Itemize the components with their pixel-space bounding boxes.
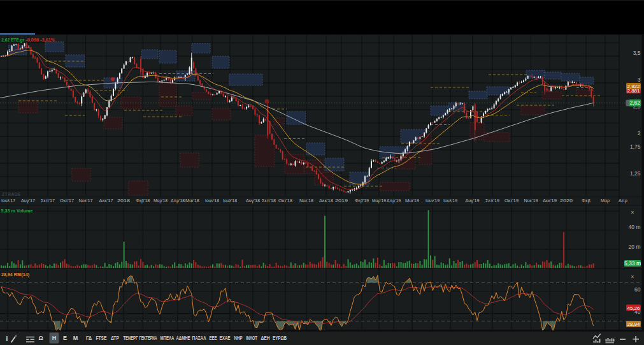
svg-text:5,33 m: 5,33 m xyxy=(624,260,641,267)
svg-text:45,26: 45,26 xyxy=(627,305,640,311)
svg-text:Σεπ'18: Σεπ'18 xyxy=(262,198,276,203)
svg-text:Φεβ'19: Φεβ'19 xyxy=(355,198,369,203)
svg-text:ΔΤΡ: ΔΤΡ xyxy=(111,335,119,341)
svg-text:Φεβ: Φεβ xyxy=(582,198,590,203)
svg-text:ΤΕΝΕΡΓ: ΤΕΝΕΡΓ xyxy=(124,335,138,341)
svg-text:ΠΑΣΑΛ: ΠΑΣΑΛ xyxy=(192,335,206,341)
svg-text:Δεκ'19: Δεκ'19 xyxy=(543,198,557,203)
svg-text:i: i xyxy=(6,335,8,342)
svg-text:ΕΕΕ: ΕΕΕ xyxy=(210,335,217,341)
svg-text:2018: 2018 xyxy=(117,198,131,203)
svg-text:ΜΠΕΛΑ: ΜΠΕΛΑ xyxy=(161,335,175,341)
svg-text:Οκτ'17: Οκτ'17 xyxy=(60,198,75,203)
svg-text:Αυγ'19: Αυγ'19 xyxy=(466,198,480,203)
svg-text:Μαι'18: Μαι'18 xyxy=(185,198,200,203)
svg-text:Μαρ'18: Μαρ'18 xyxy=(154,198,168,203)
svg-text:ΙΝΛΟΤ: ΙΝΛΟΤ xyxy=(246,335,258,341)
svg-text:5,33 m Volume: 5,33 m Volume xyxy=(1,208,33,214)
svg-text:60: 60 xyxy=(634,286,641,293)
svg-text:Μαρ: Μαρ xyxy=(601,198,610,203)
svg-text:Μαι'19: Μαι'19 xyxy=(405,198,420,203)
svg-text:ΑΔΜΗΕ: ΑΔΜΗΕ xyxy=(176,335,190,341)
svg-text:ZTRADE: ZTRADE xyxy=(2,191,21,197)
svg-text:Σεπ'17: Σεπ'17 xyxy=(41,198,55,203)
svg-text:Ιουλ'17: Ιουλ'17 xyxy=(1,198,15,203)
svg-text:Δεκ'18: Δεκ'18 xyxy=(319,198,334,203)
svg-text:Ω: Ω xyxy=(38,335,43,341)
svg-text:Ιουλ'18: Ιουλ'18 xyxy=(223,198,237,203)
svg-text:Ιουλ'19: Ιουλ'19 xyxy=(443,198,457,203)
svg-text:1,25: 1,25 xyxy=(630,170,641,177)
svg-text:40 m: 40 m xyxy=(629,224,641,230)
svg-text:ΔΕΗ: ΔΕΗ xyxy=(261,335,270,341)
svg-text:ΓΔ: ΓΔ xyxy=(86,335,92,341)
svg-text:Νοε'18: Νοε'18 xyxy=(299,198,314,203)
svg-text:2020: 2020 xyxy=(560,198,573,203)
svg-text:FTSE: FTSE xyxy=(96,335,107,341)
svg-text:×: × xyxy=(631,209,634,216)
svg-text:Οκτ'19: Οκτ'19 xyxy=(504,198,519,203)
svg-text:1,75: 1,75 xyxy=(630,143,641,150)
svg-text:2: 2 xyxy=(638,130,641,136)
svg-text:-0,098 -3,61%: -0,098 -3,61% xyxy=(25,37,55,43)
svg-text:Οκτ'18: Οκτ'18 xyxy=(278,198,293,203)
svg-text:28,94 RSI(14): 28,94 RSI(14) xyxy=(1,272,29,277)
svg-text:2,62: 2,62 xyxy=(630,99,641,106)
svg-text:Μαρ'19: Μαρ'19 xyxy=(372,198,386,203)
svg-text:2,62 ETE.gr: 2,62 ETE.gr xyxy=(1,37,24,43)
svg-text:Αυγ'18: Αυγ'18 xyxy=(246,198,260,203)
svg-text:Απρ: Απρ xyxy=(619,198,627,203)
svg-text:E: E xyxy=(63,335,67,341)
svg-text:ΝΗΡ: ΝΗΡ xyxy=(234,335,243,341)
svg-text:Απρ'18: Απρ'18 xyxy=(171,198,185,203)
svg-text:M: M xyxy=(73,335,78,341)
svg-text:2019: 2019 xyxy=(335,198,348,203)
svg-text:Ιουν'19: Ιουν'19 xyxy=(426,198,440,203)
svg-text:Ιουν'18: Ιουν'18 xyxy=(205,198,219,203)
svg-text:Αυγ'17: Αυγ'17 xyxy=(21,198,35,203)
svg-text:28,94: 28,94 xyxy=(627,321,640,327)
svg-text:ΕΧΑΕ: ΕΧΑΕ xyxy=(220,335,231,341)
svg-text:Απρ'19: Απρ'19 xyxy=(387,198,401,203)
svg-text:ΓΕΚΤΕΡΝΑ: ΓΕΚΤΕΡΝΑ xyxy=(140,335,157,341)
svg-text:Σεπ'19: Σεπ'19 xyxy=(485,198,499,203)
svg-text:×: × xyxy=(631,274,634,280)
svg-text:Φεβ'18: Φεβ'18 xyxy=(136,198,150,203)
svg-text:2,922: 2,922 xyxy=(627,84,640,89)
svg-text:Δεκ'17: Δεκ'17 xyxy=(99,198,114,203)
svg-text:3,5: 3,5 xyxy=(633,50,641,56)
svg-text:H: H xyxy=(52,335,57,341)
svg-text:ΕΥΡΩΒ: ΕΥΡΩΒ xyxy=(273,335,287,341)
svg-text:Νοε'17: Νοε'17 xyxy=(79,198,94,203)
svg-text:3: 3 xyxy=(638,77,641,83)
svg-text:Νοε'19: Νοε'19 xyxy=(524,198,539,203)
svg-text:20 m: 20 m xyxy=(629,244,641,250)
